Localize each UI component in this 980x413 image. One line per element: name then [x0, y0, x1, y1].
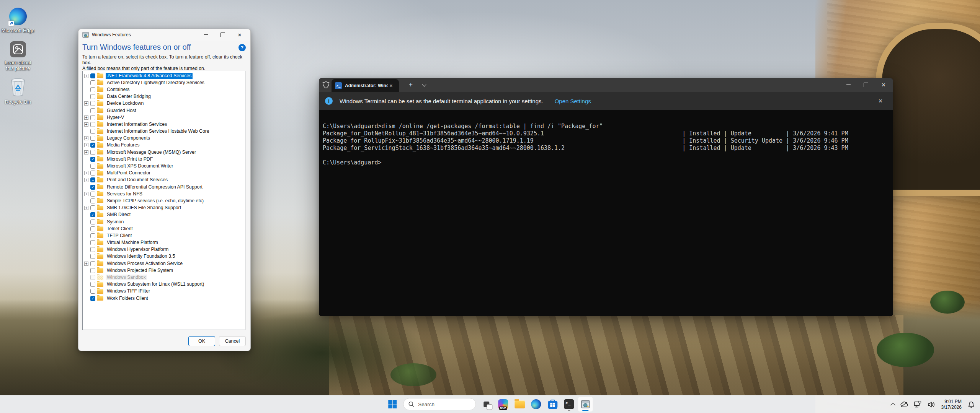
feature-row[interactable]: Guarded Host: [83, 107, 245, 114]
tab-dropdown-button[interactable]: [419, 78, 429, 92]
expander-icon[interactable]: [84, 101, 88, 106]
feature-row[interactable]: Work Folders Client: [83, 295, 245, 302]
feature-row[interactable]: Windows TIFF IFilter: [83, 288, 245, 295]
tab-close-icon[interactable]: ×: [389, 82, 393, 89]
feature-checkbox[interactable]: [90, 150, 95, 155]
expander-icon[interactable]: [84, 143, 88, 147]
banner-close-icon[interactable]: ×: [875, 92, 886, 110]
feature-checkbox[interactable]: [90, 108, 95, 113]
feature-checkbox[interactable]: [90, 185, 95, 190]
feature-row[interactable]: Microsoft Print to PDF: [83, 156, 245, 163]
taskbar-item-edge[interactable]: [528, 397, 544, 412]
expander-icon[interactable]: [84, 178, 88, 182]
feature-checkbox[interactable]: [90, 122, 95, 127]
feature-row[interactable]: .NET Framework 4.8 Advanced Services: [83, 72, 245, 79]
feature-row[interactable]: Device Lockdown: [83, 100, 245, 107]
feature-row[interactable]: Windows Subsystem for Linux (WSL1 suppor…: [83, 281, 245, 288]
feature-row[interactable]: SMB Direct: [83, 211, 245, 218]
feature-checkbox[interactable]: [90, 247, 95, 252]
feature-row[interactable]: Windows Hypervisor Platform: [83, 246, 245, 253]
feature-checkbox[interactable]: [90, 289, 95, 294]
help-button[interactable]: ?: [238, 44, 246, 51]
cancel-button[interactable]: Cancel: [219, 336, 246, 346]
maximize-button[interactable]: [857, 78, 875, 92]
close-button[interactable]: ×: [875, 78, 892, 92]
feature-row[interactable]: Sysmon: [83, 218, 245, 225]
feature-checkbox[interactable]: [90, 115, 95, 120]
desktop-icon-edge[interactable]: Microsoft Edge: [1, 8, 35, 33]
start-button[interactable]: [385, 397, 400, 412]
feature-checkbox[interactable]: [90, 240, 95, 245]
feature-checkbox[interactable]: [90, 212, 95, 217]
feature-row[interactable]: Hyper-V: [83, 114, 245, 121]
feature-row[interactable]: Windows Projected File System: [83, 267, 245, 274]
expander-icon[interactable]: [84, 206, 88, 210]
desktop-icon-recycle-bin[interactable]: Recycle Bin: [1, 78, 35, 105]
feature-row[interactable]: Internet Information Services: [83, 121, 245, 128]
notification-bell-button[interactable]: z: [965, 397, 977, 412]
feature-row[interactable]: Print and Document Services: [83, 177, 245, 184]
minimize-button[interactable]: [840, 78, 857, 92]
feature-row[interactable]: Internet Information Services Hostable W…: [83, 128, 245, 135]
feature-row[interactable]: Virtual Machine Platform: [83, 239, 245, 246]
taskbar-item-m365-copilot[interactable]: M365: [495, 397, 511, 412]
hidden-icons-button[interactable]: [889, 397, 897, 412]
feature-row[interactable]: Windows Sandbox: [83, 274, 245, 281]
feature-row[interactable]: Microsoft Message Queue (MSMQ) Server: [83, 149, 245, 156]
feature-checkbox[interactable]: [90, 157, 95, 162]
feature-row[interactable]: Microsoft XPS Document Writer: [83, 163, 245, 169]
feature-checkbox[interactable]: [90, 268, 95, 273]
volume-tray-icon[interactable]: [926, 397, 938, 412]
maximize-button[interactable]: [214, 29, 231, 40]
expander-icon[interactable]: [84, 115, 88, 120]
feature-row[interactable]: MultiPoint Connector: [83, 170, 245, 177]
taskbar-item-file-explorer[interactable]: [512, 397, 527, 412]
taskbar-clock[interactable]: 9:01 PM 3/17/2026: [939, 399, 964, 410]
feature-checkbox[interactable]: [90, 205, 95, 210]
expander-icon[interactable]: [84, 136, 88, 140]
feature-checkbox[interactable]: [90, 254, 95, 259]
taskbar-item-terminal[interactable]: >_: [561, 397, 577, 412]
feature-row[interactable]: Simple TCPIP services (i.e. echo, daytim…: [83, 197, 245, 204]
feature-row[interactable]: Active Directory Lightweight Directory S…: [83, 79, 245, 86]
feature-checkbox[interactable]: [90, 220, 95, 224]
feature-checkbox[interactable]: [90, 136, 95, 141]
expander-icon[interactable]: [84, 171, 88, 175]
feature-row[interactable]: Windows Process Activation Service: [83, 260, 245, 267]
search-box[interactable]: Search: [403, 398, 476, 410]
network-tray-icon[interactable]: [912, 397, 924, 412]
taskbar-item-microsoft-store[interactable]: [545, 397, 560, 412]
feature-checkbox[interactable]: [90, 261, 95, 266]
feature-row[interactable]: Legacy Components: [83, 135, 245, 142]
terminal-tab[interactable]: >_ Administrator: Windows Powe ×: [332, 79, 399, 92]
feature-row[interactable]: SMB 1.0/CIFS File Sharing Support: [83, 205, 245, 211]
expander-icon[interactable]: [84, 262, 88, 266]
feature-checkbox[interactable]: [90, 177, 95, 182]
feature-checkbox[interactable]: [90, 226, 95, 231]
expander-icon[interactable]: [84, 192, 88, 196]
feature-checkbox[interactable]: [90, 73, 95, 78]
expander-icon[interactable]: [84, 74, 88, 78]
feature-checkbox[interactable]: [90, 129, 95, 134]
feature-checkbox[interactable]: [90, 171, 95, 176]
open-settings-link[interactable]: Open Settings: [555, 98, 591, 104]
expander-icon[interactable]: [84, 150, 88, 154]
feature-checkbox[interactable]: [90, 296, 95, 301]
feature-row[interactable]: Remote Differential Compression API Supp…: [83, 184, 245, 190]
feature-checkbox[interactable]: [90, 164, 95, 169]
feature-checkbox[interactable]: [90, 101, 95, 106]
expander-icon[interactable]: [84, 122, 88, 127]
feature-row[interactable]: Media Features: [83, 142, 245, 149]
terminal-output[interactable]: C:\Users\adguard>dism /online /get-packa…: [319, 110, 893, 316]
feature-row[interactable]: TFTP Client: [83, 232, 245, 239]
feature-checkbox[interactable]: [90, 233, 95, 238]
feature-row[interactable]: Services for NFS: [83, 190, 245, 197]
feature-row[interactable]: Containers: [83, 86, 245, 93]
feature-row[interactable]: Data Center Bridging: [83, 93, 245, 100]
taskbar-item-task-view[interactable]: [479, 397, 494, 412]
ok-button[interactable]: OK: [188, 336, 215, 346]
onedrive-tray-icon[interactable]: [898, 397, 910, 412]
minimize-button[interactable]: [198, 29, 214, 40]
feature-row[interactable]: Windows Identity Foundation 3.5: [83, 253, 245, 260]
feature-row[interactable]: Telnet Client: [83, 225, 245, 232]
